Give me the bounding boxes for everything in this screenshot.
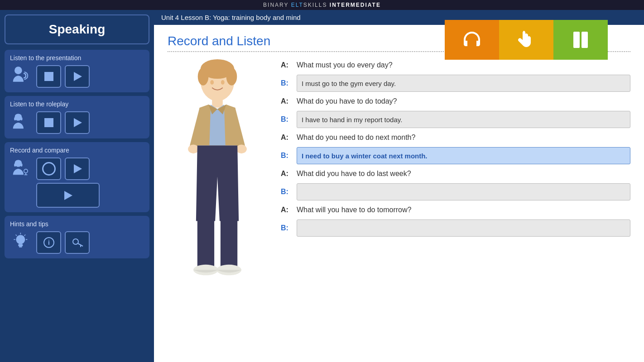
qa-answer-row-2: B: (281, 147, 630, 164)
svg-rect-11 (14, 163, 16, 167)
record-compare-play-button[interactable] (36, 183, 100, 208)
touch-button[interactable] (499, 20, 553, 60)
svg-rect-3 (44, 72, 53, 81)
a-label-4: B: (281, 224, 292, 232)
qa-input-3[interactable] (297, 183, 630, 200)
svg-rect-41 (221, 214, 237, 268)
record-compare-title: Record and compare (10, 147, 144, 154)
svg-rect-7 (20, 117, 22, 120)
person-image (168, 57, 267, 310)
svg-marker-4 (74, 72, 82, 81)
svg-rect-1 (582, 32, 588, 48)
qa-answer-row-4: B: (281, 219, 630, 237)
svg-point-38 (188, 145, 199, 154)
qa-row-0: A: What must you do every day? (281, 61, 630, 69)
q-label-4: A: (281, 206, 292, 214)
sidebar: Speaking Listen to the presentation (0, 10, 154, 362)
book-button[interactable] (553, 20, 608, 60)
svg-line-23 (24, 235, 26, 236)
svg-marker-9 (74, 118, 82, 127)
svg-line-22 (16, 235, 17, 236)
content-area: Unit 4 Lesson B: Yoga: training body and… (154, 10, 644, 362)
qa-row-3: A: What did you have to do last week? (281, 170, 630, 178)
svg-point-39 (236, 145, 247, 154)
q-question-0: What must you do every day? (297, 61, 393, 69)
a-label-2: B: (281, 152, 292, 160)
svg-point-34 (226, 68, 237, 86)
presentation-stop-button[interactable] (36, 65, 61, 88)
top-bar: BINARY ELTSKILLS INTERMEDIATE (0, 0, 644, 10)
person-figure-svg (172, 57, 263, 310)
q-label-3: A: (281, 170, 292, 178)
record-compare-section: Record and compare (5, 142, 149, 212)
q-label-2: A: (281, 133, 292, 142)
svg-point-42 (193, 265, 218, 276)
svg-point-43 (216, 265, 241, 276)
svg-rect-8 (44, 118, 53, 127)
svg-point-18 (16, 235, 25, 244)
sidebar-title: Speaking (49, 22, 105, 36)
svg-marker-17 (64, 191, 72, 200)
svg-rect-40 (197, 214, 214, 268)
qa-answer-row-0: B: (281, 75, 630, 92)
qa-input-2[interactable] (297, 147, 630, 164)
presentation-play-button[interactable] (65, 65, 90, 88)
sidebar-header: Speaking (5, 14, 149, 44)
a-label-3: B: (281, 188, 292, 196)
hints-tips-title: Hints and tips (10, 220, 144, 228)
hints-tips-buttons: i (10, 231, 144, 254)
content-body: Record and Listen (154, 25, 644, 362)
svg-rect-20 (19, 246, 22, 248)
svg-point-2 (14, 67, 22, 74)
record-button[interactable] (36, 157, 61, 180)
top-right-buttons (445, 20, 608, 60)
svg-rect-37 (212, 99, 223, 108)
qa-row-4: A: What will you have to do tomorrow? (281, 206, 630, 214)
qa-input-1[interactable] (297, 111, 630, 128)
qa-input-0[interactable] (297, 75, 630, 92)
hints-key-button[interactable] (65, 231, 90, 254)
q-question-2: What do you need to do next month? (297, 133, 415, 142)
qa-answer-row-1: B: (281, 111, 630, 128)
hints-info-button[interactable]: i (36, 231, 61, 254)
roleplay-play-button[interactable] (65, 111, 90, 134)
svg-rect-0 (573, 32, 580, 48)
svg-point-28 (73, 239, 78, 244)
svg-point-36 (221, 80, 225, 85)
q-question-4: What will you have to do tomorrow? (297, 206, 411, 214)
record-extra-button-area (10, 183, 144, 208)
listen-roleplay-title: Listen to the roleplay (10, 100, 144, 108)
app-title: BINARY ELTSKILLS INTERMEDIATE (263, 2, 381, 8)
record-compare-buttons (10, 157, 144, 180)
record-play-button[interactable] (65, 157, 90, 180)
q-question-1: What do you have to do today? (297, 97, 397, 105)
bulb-icon (10, 231, 33, 254)
listen-presentation-buttons (10, 65, 144, 88)
q-question-3: What did you have to do last week? (297, 170, 411, 178)
hints-tips-section: Hints and tips (5, 216, 149, 258)
conversation-area: A: What must you do every day? B: A: Wha… (168, 57, 630, 310)
svg-marker-16 (74, 164, 82, 173)
listen-presentation-section: Listen to the presentation (5, 50, 149, 92)
headset-person-icon (10, 111, 33, 134)
q-label-0: A: (281, 61, 292, 69)
listen-presentation-title: Listen to the presentation (10, 54, 144, 62)
qa-input-4[interactable] (297, 219, 630, 237)
svg-text:i: i (48, 239, 50, 246)
svg-point-13 (24, 169, 28, 173)
svg-rect-12 (20, 163, 22, 167)
qa-list: A: What must you do every day? B: A: Wha… (281, 57, 630, 310)
record-headset-icon (10, 157, 33, 180)
svg-point-33 (198, 68, 209, 86)
listen-roleplay-section: Listen to the roleplay (5, 96, 149, 138)
svg-rect-19 (18, 244, 23, 246)
a-label-0: B: (281, 79, 292, 87)
svg-point-35 (210, 80, 214, 85)
qa-row-2: A: What do you need to do next month? (281, 133, 630, 142)
svg-rect-6 (14, 117, 16, 120)
a-label-1: B: (281, 115, 292, 124)
headphones-button[interactable] (445, 20, 499, 60)
q-label-1: A: (281, 97, 292, 105)
speaker-icon (10, 65, 33, 88)
roleplay-stop-button[interactable] (36, 111, 61, 134)
